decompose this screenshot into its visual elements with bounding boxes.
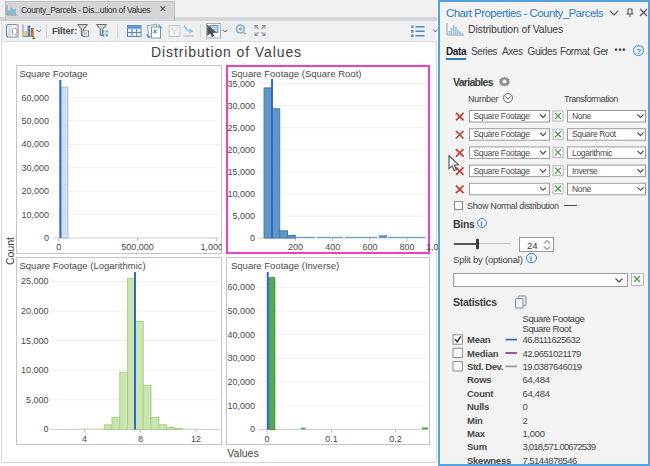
svg-text:0: 0 [43, 424, 48, 434]
svg-text:Filter:: Filter: [52, 25, 77, 36]
svg-text:46.8111625632: 46.8111625632 [523, 334, 581, 345]
svg-text:400: 400 [325, 242, 340, 252]
svg-text:30,000: 30,000 [227, 353, 255, 363]
svg-text:10,000: 10,000 [227, 189, 255, 199]
svg-text:0: 0 [56, 242, 61, 252]
svg-text:Square Footage (Logarithmic): Square Footage (Logarithmic) [20, 260, 146, 271]
svg-text:0: 0 [523, 401, 528, 412]
svg-text:40,000: 40,000 [21, 139, 49, 149]
svg-text:15,000: 15,000 [21, 336, 49, 346]
svg-text:20,000: 20,000 [21, 306, 49, 316]
svg-text:25,000: 25,000 [21, 276, 49, 286]
svg-text:64,484: 64,484 [523, 374, 550, 385]
svg-text:Sum: Sum [467, 441, 487, 452]
svg-text:200: 200 [288, 242, 303, 252]
svg-text:50,000: 50,000 [227, 306, 255, 316]
svg-text:Square Footage: Square Footage [474, 166, 531, 176]
svg-text:40,000: 40,000 [227, 330, 255, 340]
svg-text:19.0387646019: 19.0387646019 [523, 361, 582, 372]
svg-text:Square Footage: Square Footage [474, 111, 531, 121]
svg-text:Square Footage: Square Footage [474, 130, 531, 140]
svg-text:Min: Min [467, 415, 483, 426]
svg-text:Mean: Mean [467, 334, 491, 345]
svg-text:Nulls: Nulls [467, 401, 489, 412]
svg-text:0.2: 0.2 [389, 434, 402, 444]
svg-text:Max: Max [467, 428, 486, 439]
svg-text:Skewness: Skewness [467, 455, 511, 466]
svg-text:5,000: 5,000 [26, 395, 49, 405]
svg-text:10,000: 10,000 [227, 401, 255, 411]
svg-text:Median: Median [467, 348, 499, 359]
svg-text:Logarithmic: Logarithmic [572, 148, 613, 158]
svg-text:Rows: Rows [467, 374, 491, 385]
svg-text:Square Footage (Inverse): Square Footage (Inverse) [231, 260, 339, 271]
svg-text:0: 0 [250, 424, 255, 434]
svg-text:5,000: 5,000 [232, 211, 255, 221]
svg-text:60,000: 60,000 [227, 282, 255, 292]
svg-text:800: 800 [400, 242, 415, 252]
svg-text:50,000: 50,000 [21, 116, 49, 126]
svg-text:2: 2 [523, 415, 528, 426]
svg-text:20,000: 20,000 [21, 186, 49, 196]
svg-text:10,000: 10,000 [21, 365, 49, 375]
svg-text:None: None [572, 184, 592, 194]
svg-text:25,000: 25,000 [227, 123, 255, 133]
svg-text:30,000: 30,000 [21, 163, 49, 173]
svg-text:0: 0 [44, 233, 49, 243]
svg-text:35,000: 35,000 [227, 79, 255, 89]
svg-text:Square Footage: Square Footage [474, 148, 531, 158]
svg-text:Square Footage (Square Root): Square Footage (Square Root) [231, 68, 361, 79]
svg-text:Std. Dev.: Std. Dev. [467, 361, 503, 372]
svg-text:30,000: 30,000 [227, 101, 255, 111]
svg-text:500,000: 500,000 [121, 242, 154, 252]
svg-text:20,000: 20,000 [227, 377, 255, 387]
svg-text:15,000: 15,000 [227, 167, 255, 177]
svg-text:Inverse: Inverse [572, 166, 598, 176]
svg-text:12: 12 [191, 434, 201, 444]
svg-text:1,000,000: 1,000,000 [200, 242, 222, 252]
svg-text:8: 8 [138, 434, 143, 444]
svg-text:0.1: 0.1 [325, 434, 338, 444]
svg-text:20,000: 20,000 [227, 145, 255, 155]
svg-text:Square Footage: Square Footage [20, 68, 88, 79]
svg-text:600: 600 [362, 242, 377, 252]
svg-text:3,018,571.00672539: 3,018,571.00672539 [523, 441, 596, 452]
svg-text:60,000: 60,000 [21, 93, 49, 103]
svg-text:4: 4 [82, 434, 87, 444]
svg-text:10,000: 10,000 [21, 210, 49, 220]
svg-text:Count: Count [467, 388, 494, 399]
svg-text:42.9651021179: 42.9651021179 [523, 348, 581, 359]
svg-text:None: None [572, 111, 592, 121]
svg-text:0: 0 [264, 434, 269, 444]
svg-text:0: 0 [250, 233, 255, 243]
svg-text:64,484: 64,484 [523, 388, 550, 399]
svg-text:Square Root: Square Root [572, 130, 617, 140]
svg-text:1,000: 1,000 [523, 428, 545, 439]
svg-text:7.5144878546: 7.5144878546 [523, 455, 577, 466]
